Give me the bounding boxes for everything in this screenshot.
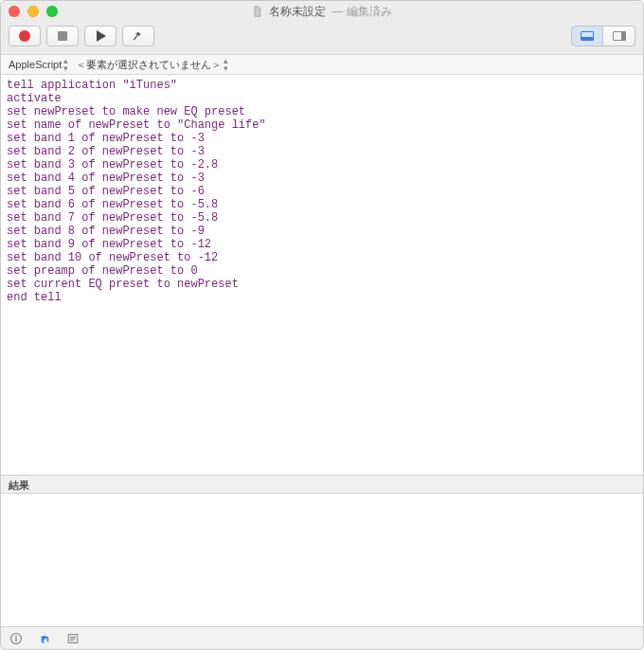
window-title: 名称未設定 (269, 4, 326, 20)
compile-button[interactable] (122, 26, 154, 46)
result-view-button[interactable] (37, 631, 52, 646)
element-selector-label: ＜要素が選択されていません＞ (76, 58, 222, 72)
language-selector[interactable]: AppleScript ▴▾ (9, 57, 68, 72)
svg-rect-2 (15, 638, 16, 641)
close-window-button[interactable] (9, 6, 20, 17)
toolbar (1, 22, 643, 54)
stop-icon (58, 31, 67, 41)
results-pane-icon (581, 31, 594, 41)
description-view-button[interactable] (9, 631, 24, 646)
stop-button[interactable] (46, 26, 79, 46)
traffic-lights (9, 6, 58, 17)
record-icon (19, 30, 30, 42)
document-icon (252, 6, 263, 17)
results-label: 結果 (1, 475, 643, 494)
view-mode-segment (571, 26, 635, 46)
code-editor[interactable]: tell application "iTunes" activate set n… (1, 75, 643, 475)
updown-icon: ▴▾ (224, 57, 228, 72)
navigation-bar: AppleScript ▴▾ ＜要素が選択されていません＞ ▴▾ (1, 54, 643, 75)
window-title-area: 名称未設定 — 編集済み (9, 4, 635, 20)
script-editor-window: 名称未設定 — 編集済み AppleScript (0, 0, 644, 650)
show-results-pane-button[interactable] (571, 26, 603, 46)
record-button[interactable] (9, 26, 41, 46)
play-icon (97, 30, 106, 42)
results-pane[interactable] (1, 494, 643, 626)
status-bar (1, 626, 643, 649)
titlebar[interactable]: 名称未設定 — 編集済み (1, 1, 643, 22)
toolbar-left-group (9, 26, 154, 46)
svg-point-1 (15, 635, 17, 637)
minimize-window-button[interactable] (27, 6, 39, 17)
language-label: AppleScript (9, 59, 62, 70)
updown-icon: ▴▾ (63, 57, 68, 72)
show-side-pane-button[interactable] (603, 26, 635, 46)
side-pane-icon (613, 31, 626, 41)
window-subtitle: — 編集済み (331, 4, 391, 20)
hammer-icon (132, 29, 145, 43)
log-view-button[interactable] (65, 631, 80, 646)
element-selector[interactable]: ＜要素が選択されていません＞ ▴▾ (76, 57, 228, 72)
run-button[interactable] (84, 26, 116, 46)
zoom-window-button[interactable] (46, 6, 58, 17)
